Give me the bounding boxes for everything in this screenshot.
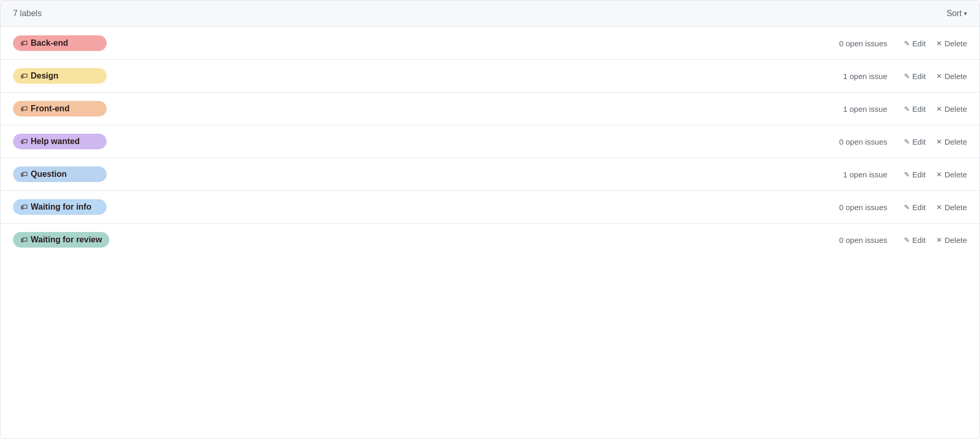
labels-header: 7 labels Sort ▾ [1,1,979,27]
pencil-icon: ✎ [904,236,910,244]
close-icon: ✕ [936,72,942,80]
issues-count: 0 open issues [815,203,887,212]
row-actions: ✎ Edit ✕ Delete [904,72,967,81]
close-icon: ✕ [936,236,942,244]
edit-button[interactable]: ✎ Edit [904,39,926,48]
row-right: 0 open issues ✎ Edit ✕ Delete [815,39,967,48]
row-right: 0 open issues ✎ Edit ✕ Delete [815,236,967,244]
row-actions: ✎ Edit ✕ Delete [904,137,967,146]
row-right: 1 open issue ✎ Edit ✕ Delete [815,170,967,179]
edit-button[interactable]: ✎ Edit [904,203,926,212]
edit-button[interactable]: ✎ Edit [904,236,926,244]
label-badge-waiting-for-review: 🏷 Waiting for review [13,232,109,248]
close-icon: ✕ [936,40,942,47]
label-row: 🏷 Back-end 0 open issues ✎ Edit ✕ Delete [1,27,979,60]
label-name: Waiting for info [31,202,92,212]
delete-button[interactable]: ✕ Delete [936,170,967,179]
pencil-icon: ✎ [904,171,910,178]
row-actions: ✎ Edit ✕ Delete [904,39,967,48]
issues-count: 0 open issues [815,137,887,146]
label-count: 7 labels [13,9,42,18]
edit-button[interactable]: ✎ Edit [904,105,926,113]
pencil-icon: ✎ [904,72,910,80]
label-badge-question: 🏷 Question [13,166,107,182]
issues-count: 1 open issue [815,72,887,81]
tag-icon: 🏷 [20,39,28,47]
edit-label: Edit [912,137,926,146]
tag-icon: 🏷 [20,137,28,146]
row-actions: ✎ Edit ✕ Delete [904,236,967,244]
label-name: Front-end [31,104,70,113]
label-badge-design: 🏷 Design [13,68,107,84]
edit-button[interactable]: ✎ Edit [904,170,926,179]
edit-label: Edit [912,105,926,113]
issues-count: 0 open issues [815,39,887,48]
delete-label: Delete [945,137,967,146]
delete-button[interactable]: ✕ Delete [936,39,967,48]
pencil-icon: ✎ [904,40,910,47]
issues-count: 0 open issues [815,236,887,244]
issues-count: 1 open issue [815,105,887,113]
pencil-icon: ✎ [904,203,910,211]
label-name: Back-end [31,38,68,48]
close-icon: ✕ [936,105,942,113]
close-icon: ✕ [936,138,942,146]
label-row: 🏷 Front-end 1 open issue ✎ Edit ✕ Delete [1,93,979,125]
row-right: 0 open issues ✎ Edit ✕ Delete [815,137,967,146]
labels-list: 🏷 Back-end 0 open issues ✎ Edit ✕ Delete… [1,27,979,256]
edit-label: Edit [912,72,926,81]
delete-label: Delete [945,105,967,113]
row-actions: ✎ Edit ✕ Delete [904,170,967,179]
delete-label: Delete [945,170,967,179]
edit-button[interactable]: ✎ Edit [904,72,926,81]
sort-button[interactable]: Sort ▾ [947,9,967,18]
edit-label: Edit [912,170,926,179]
edit-label: Edit [912,236,926,244]
row-right: 0 open issues ✎ Edit ✕ Delete [815,203,967,212]
edit-label: Edit [912,203,926,212]
delete-label: Delete [945,39,967,48]
row-actions: ✎ Edit ✕ Delete [904,105,967,113]
label-row: 🏷 Waiting for review 0 open issues ✎ Edi… [1,224,979,256]
label-badge-back-end: 🏷 Back-end [13,35,107,51]
delete-label: Delete [945,236,967,244]
label-name: Help wanted [31,137,80,146]
row-actions: ✎ Edit ✕ Delete [904,203,967,212]
delete-button[interactable]: ✕ Delete [936,137,967,146]
label-badge-help-wanted: 🏷 Help wanted [13,134,107,149]
tag-icon: 🏷 [20,236,28,244]
label-badge-front-end: 🏷 Front-end [13,101,107,117]
tag-icon: 🏷 [20,203,28,211]
edit-label: Edit [912,39,926,48]
sort-label: Sort [947,9,962,18]
pencil-icon: ✎ [904,105,910,113]
row-right: 1 open issue ✎ Edit ✕ Delete [815,105,967,113]
delete-button[interactable]: ✕ Delete [936,72,967,81]
label-row: 🏷 Waiting for info 0 open issues ✎ Edit … [1,191,979,224]
pencil-icon: ✎ [904,138,910,146]
label-row: 🏷 Design 1 open issue ✎ Edit ✕ Delete [1,60,979,93]
edit-button[interactable]: ✎ Edit [904,137,926,146]
label-name: Question [31,170,67,179]
tag-icon: 🏷 [20,72,28,80]
row-right: 1 open issue ✎ Edit ✕ Delete [815,72,967,81]
issues-count: 1 open issue [815,170,887,179]
label-row: 🏷 Help wanted 0 open issues ✎ Edit ✕ Del… [1,125,979,158]
delete-button[interactable]: ✕ Delete [936,203,967,212]
labels-page: 7 labels Sort ▾ 🏷 Back-end 0 open issues… [0,0,980,439]
tag-icon: 🏷 [20,105,28,113]
tag-icon: 🏷 [20,170,28,178]
chevron-down-icon: ▾ [964,10,967,17]
label-name: Waiting for review [31,235,102,244]
close-icon: ✕ [936,203,942,211]
delete-label: Delete [945,203,967,212]
delete-button[interactable]: ✕ Delete [936,105,967,113]
label-row: 🏷 Question 1 open issue ✎ Edit ✕ Delete [1,158,979,191]
delete-label: Delete [945,72,967,81]
label-name: Design [31,71,58,81]
close-icon: ✕ [936,171,942,178]
label-badge-waiting-for-info: 🏷 Waiting for info [13,199,107,215]
delete-button[interactable]: ✕ Delete [936,236,967,244]
